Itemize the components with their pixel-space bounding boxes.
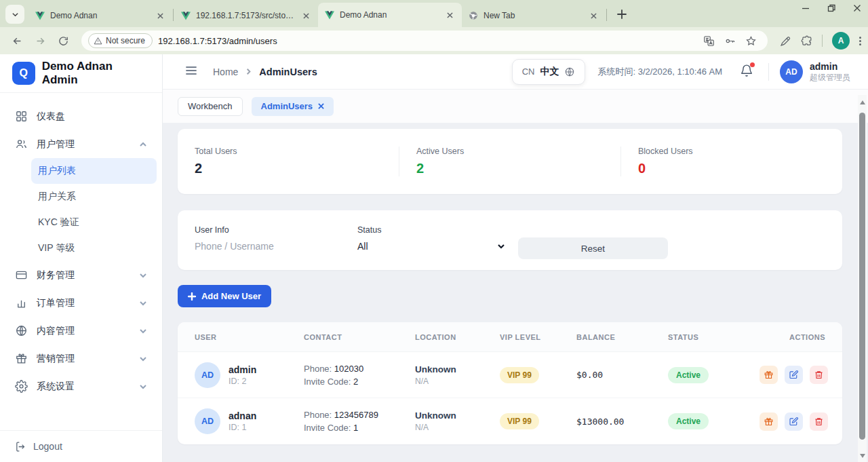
logout-button[interactable]: Logout (0, 430, 162, 462)
phone-value: 123456789 (334, 410, 378, 420)
password-key-icon[interactable] (724, 35, 736, 47)
invite-value: 1 (353, 423, 358, 433)
language-selector[interactable]: CN 中文 (512, 59, 586, 85)
header-user-menu[interactable]: AD admin 超级管理员 (780, 60, 850, 83)
tab-close-icon[interactable] (300, 10, 311, 21)
add-new-user-label: Add New User (201, 291, 261, 301)
stat-total-users: Total Users 2 (178, 147, 399, 176)
sidebar-item-settings[interactable]: 系统设置 (0, 372, 162, 400)
content-scrollbar[interactable] (858, 95, 867, 462)
user-info-input[interactable] (195, 241, 330, 252)
delete-button[interactable] (810, 412, 828, 431)
app-logo: Q (12, 62, 35, 85)
tab-search-button[interactable] (5, 5, 24, 24)
sidebar-subitem-vip[interactable]: VIP 等级 (0, 235, 162, 261)
browser-menu-icon[interactable] (859, 37, 861, 45)
sidebar-subitem-user-list[interactable]: 用户列表 (31, 158, 157, 184)
forward-button[interactable] (30, 31, 50, 51)
address-bar[interactable]: Not secure 192.168.1.7:5173/admin/users (81, 31, 768, 51)
delete-button[interactable] (810, 366, 828, 384)
user-name: adnan (229, 410, 256, 422)
scroll-down-arrow[interactable] (860, 454, 865, 458)
chevron-down-icon (139, 327, 147, 335)
location-value: Unknown (415, 364, 500, 376)
trash-icon (814, 370, 824, 380)
scrollbar-thumb[interactable] (859, 113, 865, 440)
contact-cell: Phone: 102030 Invite Code: 2 (304, 362, 415, 388)
tab-close-icon[interactable] (444, 9, 455, 20)
vue-icon (181, 12, 191, 20)
tab-close-icon[interactable] (155, 10, 165, 21)
avatar: AD (195, 362, 220, 388)
browser-tab-4[interactable]: New Tab (462, 4, 606, 27)
minimize-button[interactable] (802, 4, 810, 12)
back-button[interactable] (7, 31, 27, 51)
actions-cell (760, 412, 828, 431)
pen-icon[interactable] (780, 35, 791, 47)
notification-bell[interactable] (740, 64, 753, 80)
sidebar-item-label: 用户管理 (37, 138, 130, 151)
sidebar-item-marketing[interactable]: 营销管理 (0, 345, 162, 372)
translate-icon[interactable] (703, 35, 715, 47)
browser-tab-1[interactable]: Demo Adnan (28, 4, 172, 27)
edit-button[interactable] (785, 366, 803, 384)
edit-icon (789, 370, 799, 380)
add-new-user-button[interactable]: Add New User (178, 285, 271, 307)
reset-button[interactable]: Reset (518, 237, 668, 259)
edit-button[interactable] (785, 412, 803, 431)
scroll-up-arrow[interactable] (860, 100, 865, 104)
reload-button[interactable] (53, 31, 73, 51)
restore-button[interactable] (827, 4, 835, 12)
sidebar-item-orders[interactable]: 订单管理 (0, 289, 162, 317)
url-text[interactable]: 192.168.1.7:5173/admin/users (158, 36, 698, 46)
sidebar-item-user-management[interactable]: 用户管理 (0, 130, 162, 158)
user-name: admin (229, 364, 256, 376)
language-code: CN (522, 66, 535, 77)
location-cell: Unknown N/A (415, 410, 500, 433)
user-avatar: AD (780, 60, 803, 83)
filter-label: User Info (195, 225, 357, 235)
browser-tab-2[interactable]: 192.168.1.7:5173/src/store/auth (174, 4, 318, 27)
profile-avatar[interactable]: A (832, 32, 850, 50)
users-table: USER CONTACT LOCATION VIP LEVEL BALANCE … (178, 322, 842, 444)
stat-label: Active Users (416, 147, 604, 156)
status-select[interactable]: All (357, 241, 505, 252)
browser-tabstrip: Demo Adnan 192.168.1.7:5173/src/store/au… (0, 0, 868, 27)
balance-cell: $0.00 (576, 370, 668, 380)
sidebar-menu: 仪表盘 用户管理 用户列表 用户关系 KYC 验证 VIP 等级 (0, 93, 162, 400)
app-window: Q Demo Adnan Admin 仪表盘 用户管理 用户列表 用户关系 (0, 54, 868, 462)
gift-button[interactable] (760, 412, 778, 431)
close-icon[interactable] (318, 103, 324, 109)
extensions-icon[interactable] (801, 35, 812, 47)
table-row: AD admin ID: 2 Phone: 102030 Invite Code… (178, 352, 842, 398)
sidebar-subitem-kyc[interactable]: KYC 验证 (0, 210, 162, 235)
hamburger-icon[interactable] (184, 64, 198, 80)
browser-tab-3-active[interactable]: Demo Adnan (318, 3, 462, 27)
stat-label: Blocked Users (638, 147, 825, 156)
sidebar-subitem-user-relations[interactable]: 用户关系 (0, 184, 162, 210)
chevron-right-icon (245, 68, 252, 75)
tab-chip-workbench[interactable]: Workbench (178, 97, 243, 116)
screen: Demo Adnan 192.168.1.7:5173/src/store/au… (0, 0, 868, 462)
new-tab-button[interactable] (613, 5, 631, 23)
invite-value: 2 (353, 377, 358, 387)
tab-chip-label: Workbench (188, 101, 233, 111)
phone-label: Phone: (304, 364, 332, 374)
sidebar-item-dashboard[interactable]: 仪表盘 (0, 102, 162, 130)
not-secure-badge[interactable]: Not secure (88, 33, 153, 48)
balance-cell: $13000.00 (576, 417, 668, 427)
tab-chip-adminusers[interactable]: AdminUsers (252, 97, 334, 116)
user-name: admin (810, 61, 850, 73)
gift-button[interactable] (760, 366, 778, 384)
open-tabs-bar: Workbench AdminUsers (163, 90, 868, 123)
chevron-down-icon (12, 11, 19, 18)
breadcrumb-home[interactable]: Home (213, 66, 238, 77)
bookmark-star-icon[interactable] (745, 35, 757, 47)
sidebar-item-finance[interactable]: 财务管理 (0, 261, 162, 289)
sidebar-item-content[interactable]: 内容管理 (0, 317, 162, 345)
tab-close-icon[interactable] (588, 10, 599, 21)
sidebar-subitem-label: 用户关系 (38, 191, 76, 203)
close-window-button[interactable] (853, 4, 861, 12)
sidebar-subitem-label: KYC 验证 (38, 216, 79, 229)
chevron-down-icon (497, 242, 505, 250)
